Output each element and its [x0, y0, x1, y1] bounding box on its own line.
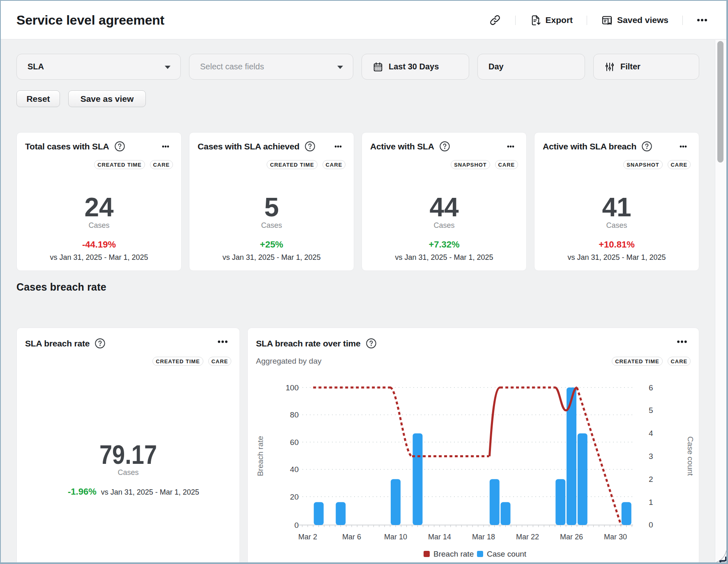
svg-text:100: 100: [286, 383, 299, 392]
svg-text:60: 60: [290, 438, 299, 447]
svg-text:2: 2: [649, 475, 653, 484]
svg-text:3: 3: [649, 452, 653, 461]
svg-text:Mar 30: Mar 30: [604, 533, 627, 541]
svg-text:Case count: Case count: [686, 436, 695, 476]
svg-text:Mar 14: Mar 14: [428, 533, 451, 541]
svg-text:Mar 2: Mar 2: [298, 533, 317, 541]
svg-text:Mar 10: Mar 10: [384, 533, 407, 541]
svg-text:0: 0: [649, 520, 653, 529]
svg-text:Breach rate: Breach rate: [256, 436, 265, 476]
svg-text:Breach rate: Breach rate: [433, 550, 474, 558]
svg-text:5: 5: [649, 406, 653, 415]
svg-text:4: 4: [649, 429, 653, 438]
svg-text:6: 6: [649, 383, 653, 392]
svg-text:1: 1: [649, 498, 653, 507]
svg-text:Mar 18: Mar 18: [472, 533, 495, 541]
svg-text:20: 20: [290, 493, 299, 501]
svg-text:40: 40: [290, 465, 299, 474]
svg-text:Mar 26: Mar 26: [560, 533, 583, 541]
svg-text:Case count: Case count: [487, 550, 527, 558]
svg-text:0: 0: [294, 521, 299, 530]
svg-text:Mar 6: Mar 6: [342, 533, 361, 541]
svg-text:Mar 22: Mar 22: [516, 533, 539, 541]
svg-text:80: 80: [290, 410, 299, 419]
